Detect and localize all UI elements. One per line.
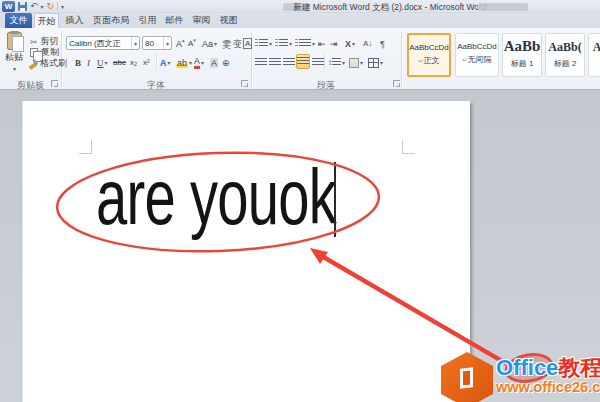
format-painter-icon: [28, 59, 38, 69]
sort-button[interactable]: A↓: [363, 36, 372, 51]
borders-button[interactable]: ▾: [368, 55, 383, 70]
line-spacing-button[interactable]: ↕ ▾: [328, 55, 345, 70]
enclose-characters-icon: ⊕: [222, 58, 230, 68]
undo-dropdown-icon[interactable]: ▾: [41, 3, 44, 10]
font-color-dropdown-icon: ▾: [201, 59, 204, 66]
text-effects-dropdown-icon: ▾: [168, 59, 171, 66]
save-icon[interactable]: [18, 2, 27, 11]
character-border-icon: A: [243, 38, 252, 49]
style-card-cutoff[interactable]: Aa: [588, 33, 600, 77]
watermark-url: www.office26.com: [496, 379, 600, 395]
font-size-dropdown-icon[interactable]: ▾: [163, 37, 169, 49]
strikethrough-button[interactable]: abc: [113, 55, 126, 70]
font-dialog-launcher-icon[interactable]: [241, 80, 248, 87]
subscript-button[interactable]: x₂: [130, 55, 137, 70]
show-hide-marks-button[interactable]: ¶: [380, 36, 385, 51]
paste-dropdown-icon[interactable]: ▾: [13, 65, 16, 72]
font-name-value: Calibri (西文正: [69, 38, 121, 49]
grow-font-button[interactable]: A ▴: [176, 36, 185, 51]
style-preview: Aa: [589, 40, 600, 55]
numbering-button[interactable]: ▾: [275, 36, 292, 51]
word-window: W ↶ ▾ ↻ ▾ 新建 Microsoft Word 文档 (2).docx …: [0, 0, 600, 402]
text-highlight-button[interactable]: ab ▾: [176, 55, 192, 70]
tab-home[interactable]: 开始: [34, 13, 59, 28]
ribbon-tab-row: 文件 开始 插入 页面布局 引用 邮件 审阅 视图: [0, 13, 600, 28]
superscript-button[interactable]: x²: [143, 55, 150, 70]
tab-page-layout[interactable]: 页面布局: [89, 13, 133, 28]
change-case-button[interactable]: Aa ▾: [202, 36, 217, 51]
style-name: 标题 2: [546, 58, 584, 69]
increase-indent-icon: ⇥: [330, 39, 338, 49]
phonetic-guide-button[interactable]: 雯: [222, 36, 231, 51]
style-preview: AaBbCcDd: [456, 42, 498, 51]
style-card-normal[interactable]: AaBbCcDd ↵正文: [407, 33, 451, 77]
character-shading-button[interactable]: A: [210, 55, 218, 70]
character-scale-button[interactable]: 变: [233, 36, 242, 51]
format-painter-button[interactable]: 格式刷: [28, 57, 67, 70]
decrease-indent-icon: ⇤: [318, 39, 326, 49]
justify-icon: [297, 57, 309, 66]
align-right-button[interactable]: [283, 55, 295, 70]
format-painter-label: 格式刷: [40, 57, 67, 70]
underline-dropdown-icon: ▾: [105, 59, 108, 66]
italic-button[interactable]: I: [87, 55, 90, 70]
tab-mailings[interactable]: 邮件: [162, 13, 187, 28]
font-size-combo[interactable]: 80 ▾: [142, 36, 172, 50]
shrink-font-mark-icon: ▾: [193, 37, 196, 43]
text-highlight-icon: ab: [176, 58, 188, 68]
style-preview: AaBb: [503, 38, 541, 55]
cut-icon: ✂: [30, 37, 38, 47]
text-effects-button[interactable]: A ▾: [160, 55, 171, 70]
margin-corner-mark: [79, 140, 92, 154]
quick-access-toolbar: W ↶ ▾ ↻ ▾: [2, 1, 64, 12]
paragraph-dialog-launcher-icon[interactable]: [393, 80, 400, 87]
paste-button[interactable]: 粘贴 ▾: [5, 32, 23, 72]
clipboard-dialog-launcher-icon[interactable]: [51, 80, 58, 87]
decrease-indent-button[interactable]: ⇤: [318, 36, 326, 51]
tab-review[interactable]: 审阅: [189, 13, 214, 28]
borders-icon: [368, 58, 379, 68]
qat-separator: [57, 2, 58, 11]
document-page[interactable]: are youok: [22, 101, 470, 402]
tab-view[interactable]: 视图: [216, 13, 241, 28]
align-left-button[interactable]: [255, 55, 267, 70]
line-spacing-icon: [332, 58, 341, 67]
group-separator: [401, 31, 402, 87]
font-name-combo[interactable]: Calibri (西文正 ▾: [66, 36, 140, 50]
numbering-icon: [275, 39, 278, 48]
shading-dropdown-icon: ▾: [360, 59, 363, 66]
underline-button[interactable]: U ▾: [97, 55, 108, 70]
watermark-brand-red: 教程网: [558, 355, 600, 380]
bold-button[interactable]: B: [75, 55, 81, 70]
font-color-button[interactable]: A ▾: [194, 55, 204, 70]
customize-qat-icon[interactable]: ▾: [61, 3, 64, 10]
increase-indent-button[interactable]: ⇥: [330, 36, 338, 51]
shading-icon: [349, 58, 359, 68]
multilevel-list-button[interactable]: ▾: [295, 36, 315, 51]
tab-insert[interactable]: 插入: [62, 13, 87, 28]
text-highlight-dropdown-icon: ▾: [189, 59, 192, 66]
shading-button[interactable]: ▾: [349, 55, 363, 70]
asian-layout-icon: X: [345, 39, 351, 49]
tab-references[interactable]: 引用: [135, 13, 160, 28]
character-border-button[interactable]: A: [243, 36, 252, 51]
font-name-dropdown-icon[interactable]: ▾: [131, 37, 137, 49]
shrink-font-button[interactable]: A ▾: [188, 36, 196, 51]
undo-icon[interactable]: ↶: [30, 2, 38, 11]
watermark-logo-fold: [460, 367, 473, 388]
justify-button[interactable]: [296, 54, 310, 69]
enclose-characters-button[interactable]: ⊕: [222, 55, 230, 70]
align-center-button[interactable]: [269, 55, 281, 70]
style-card-heading1[interactable]: AaBb 标题 1: [502, 33, 542, 77]
italic-icon: I: [87, 58, 90, 68]
font-color-icon: A: [194, 57, 200, 69]
tab-file[interactable]: 文件: [5, 13, 32, 28]
asian-layout-button[interactable]: X ▾: [345, 36, 355, 51]
phonetic-guide-icon: 雯: [222, 39, 231, 49]
style-card-no-spacing[interactable]: AaBbCcDd ↵无间隔: [455, 33, 499, 77]
style-card-heading2[interactable]: AaBb( 标题 2: [545, 33, 585, 77]
document-text[interactable]: are youok: [96, 158, 336, 236]
bullets-button[interactable]: ▾: [255, 36, 272, 51]
redo-icon[interactable]: ↻: [47, 2, 55, 11]
distribute-button[interactable]: [312, 55, 324, 70]
